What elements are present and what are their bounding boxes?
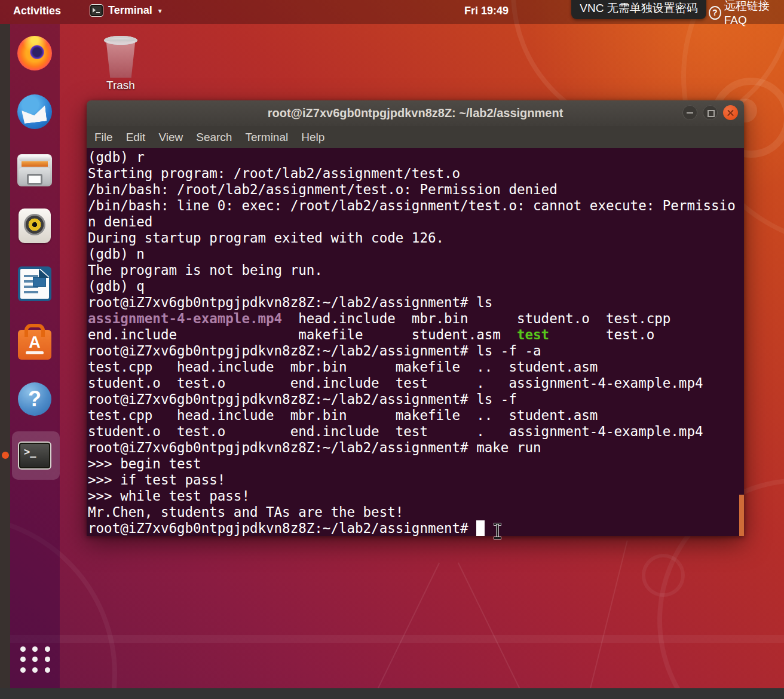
top-bar: Activities Terminal ▼ Fri 19:49 VNC 无需单独… bbox=[0, 0, 784, 24]
grid-dot-icon bbox=[45, 657, 50, 662]
trash-label: Trash bbox=[99, 79, 142, 92]
dock-item-thunderbird[interactable] bbox=[14, 94, 56, 133]
menu-bar: FileEditViewSearchTerminalHelp bbox=[87, 126, 744, 148]
vnc-password-tooltip: VNC 无需单独设置密码 bbox=[571, 0, 706, 19]
menu-file[interactable]: File bbox=[88, 131, 120, 144]
dock-item-ubuntu-software[interactable]: A bbox=[14, 324, 56, 363]
terminal-line: During startup program exited with code … bbox=[88, 230, 744, 246]
running-indicator-dot bbox=[2, 452, 9, 459]
faq-label: 远程链接FAQ bbox=[724, 0, 784, 27]
ibeam-bottom-serif bbox=[494, 537, 501, 539]
terminal-window: root@iZ7xv6gb0ntpgjpdkvn8z8Z: ~/lab2/ass… bbox=[87, 100, 744, 536]
menu-terminal[interactable]: Terminal bbox=[238, 131, 295, 144]
ibeam-stem bbox=[497, 525, 498, 538]
terminal-mini-icon bbox=[90, 4, 103, 17]
terminal-line: test.cpp head.include mbr.bin makefile .… bbox=[88, 407, 744, 424]
terminal-cursor bbox=[476, 520, 485, 536]
remote-link-faq[interactable]: ? 远程链接FAQ bbox=[709, 0, 784, 27]
minimize-icon bbox=[687, 112, 693, 114]
focused-app-label: Terminal bbox=[108, 4, 152, 17]
terminal-line: >>> while test pass! bbox=[88, 488, 744, 504]
wallpaper-line bbox=[458, 562, 571, 699]
terminal-line: Mr.Chen, students and TAs are the best! bbox=[88, 504, 744, 520]
terminal-line: Starting program: /root/lab2/assignment/… bbox=[88, 165, 744, 182]
trash-icon-body bbox=[105, 41, 136, 78]
files-icon bbox=[17, 154, 52, 186]
help-icon: ? bbox=[18, 382, 51, 416]
terminal-line: (gdb) r bbox=[88, 149, 744, 165]
terminal-line: root@iZ7xv6gb0ntpgjpdkvn8z8Z:~/lab2/assi… bbox=[88, 391, 744, 407]
wallpaper-line bbox=[326, 562, 440, 699]
terminal-line: n denied bbox=[88, 214, 744, 230]
trash-desktop-icon[interactable]: Trash bbox=[99, 36, 142, 92]
question-circle-icon: ? bbox=[709, 6, 721, 20]
thunderbird-icon bbox=[17, 94, 52, 129]
files-handle bbox=[27, 174, 42, 185]
wallpaper-ring bbox=[642, 554, 685, 597]
terminal-line: >>> begin test bbox=[88, 456, 744, 472]
bag-letter: A bbox=[18, 333, 51, 352]
terminal-line: student.o test.o end.include test . assi… bbox=[88, 424, 744, 440]
terminal-line: test.cpp head.include mbr.bin makefile .… bbox=[88, 359, 744, 375]
window-title: root@iZ7xv6gb0ntpgjpdkvn8z8Z: ~/lab2/ass… bbox=[268, 106, 564, 120]
maximize-icon bbox=[708, 110, 715, 117]
terminal-line: assignment-4-example.mp4 head.include mb… bbox=[88, 311, 744, 327]
grid-dot-icon bbox=[20, 667, 26, 673]
scrollbar-thumb[interactable] bbox=[739, 495, 744, 536]
menu-edit[interactable]: Edit bbox=[120, 131, 152, 144]
speaker-icon bbox=[24, 214, 45, 235]
terminal-icon: >_ bbox=[18, 442, 51, 470]
ubuntu-software-icon: A bbox=[18, 330, 51, 360]
show-applications-button[interactable] bbox=[17, 644, 54, 675]
dock-item-terminal[interactable]: >_ bbox=[14, 440, 56, 478]
terminal-line: The program is not being run. bbox=[88, 262, 744, 278]
focused-app-menu[interactable]: Terminal ▼ bbox=[90, 4, 163, 17]
grid-dot-icon bbox=[32, 667, 38, 673]
firefox-icon bbox=[17, 36, 52, 70]
wallpaper-line bbox=[580, 541, 627, 699]
grid-dot-icon bbox=[45, 646, 50, 652]
grid-dot-icon bbox=[20, 657, 26, 662]
grid-dot-icon bbox=[45, 667, 50, 673]
dock-item-files[interactable] bbox=[14, 153, 56, 191]
wallpaper-band bbox=[0, 635, 784, 643]
terminal-line: root@iZ7xv6gb0ntpgjpdkvn8z8Z:~/lab2/assi… bbox=[88, 440, 744, 456]
terminal-line: end.include makefile student.asm test te… bbox=[88, 327, 744, 343]
libreoffice-writer-icon bbox=[18, 266, 51, 301]
minimize-button[interactable] bbox=[682, 105, 697, 120]
bottom-edge-strip bbox=[0, 688, 784, 699]
clock[interactable]: Fri 19:49 bbox=[464, 5, 509, 17]
grid-dot-icon bbox=[20, 646, 26, 652]
grid-dot-icon bbox=[32, 646, 38, 652]
terminal-line: root@iZ7xv6gb0ntpgjpdkvn8z8Z:~/lab2/assi… bbox=[88, 343, 744, 359]
menu-search[interactable]: Search bbox=[189, 131, 238, 144]
window-controls bbox=[682, 105, 738, 120]
rhythmbox-icon bbox=[19, 209, 51, 243]
window-titlebar[interactable]: root@iZ7xv6gb0ntpgjpdkvn8z8Z: ~/lab2/ass… bbox=[87, 100, 744, 126]
terminal-line: (gdb) n bbox=[88, 246, 744, 262]
dock: A ? >_ bbox=[10, 24, 60, 688]
bag-underline bbox=[26, 351, 44, 354]
menu-help[interactable]: Help bbox=[295, 131, 331, 144]
terminal-line: /bin/bash: line 0: exec: /root/lab2/assi… bbox=[88, 198, 744, 214]
terminal-line: student.o test.o end.include test . assi… bbox=[88, 375, 744, 391]
chevron-down-icon: ▼ bbox=[157, 8, 163, 14]
terminal-line: (gdb) q bbox=[88, 278, 744, 295]
ibeam-mouse-cursor bbox=[494, 523, 501, 539]
terminal-screen[interactable]: (gdb) rStarting program: /root/lab2/assi… bbox=[87, 148, 744, 536]
activities-button[interactable]: Activities bbox=[13, 5, 61, 17]
terminal-line: root@iZ7xv6gb0ntpgjpdkvn8z8Z:~/lab2/assi… bbox=[88, 520, 744, 536]
left-edge-strip bbox=[0, 24, 10, 688]
dock-item-help[interactable]: ? bbox=[14, 382, 56, 421]
grid-dot-icon bbox=[32, 657, 38, 662]
maximize-button[interactable] bbox=[703, 105, 718, 120]
dock-item-libreoffice-writer[interactable] bbox=[14, 266, 56, 305]
terminal-line: >>> if test pass! bbox=[88, 472, 744, 488]
terminal-line: /bin/bash: /root/lab2/assignment/test.o:… bbox=[88, 182, 744, 198]
writer-image-block bbox=[33, 277, 46, 287]
terminal-line: root@iZ7xv6gb0ntpgjpdkvn8z8Z:~/lab2/assi… bbox=[88, 295, 744, 311]
dock-item-rhythmbox[interactable] bbox=[14, 209, 56, 247]
dock-item-firefox[interactable] bbox=[14, 36, 56, 74]
menu-view[interactable]: View bbox=[152, 131, 189, 144]
close-button[interactable] bbox=[723, 105, 738, 120]
